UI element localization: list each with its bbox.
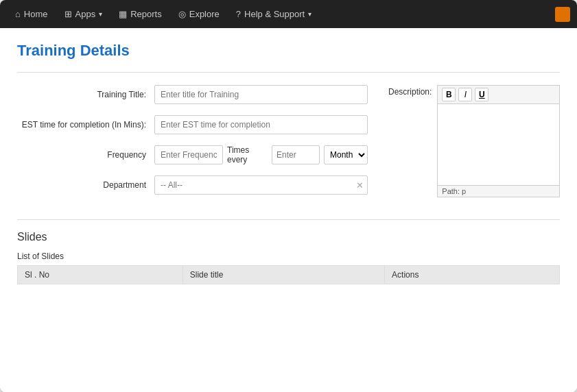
nav-explore[interactable]: ◎ Explore [170, 0, 228, 28]
title-divider [17, 72, 560, 73]
nav-reports-label: Reports [130, 9, 162, 19]
col-actions: Actions [385, 266, 560, 284]
nav-apps[interactable]: ⊞ Apps ▾ [56, 0, 111, 28]
department-row: Department ✕ [17, 175, 368, 195]
slides-title: Slides [17, 231, 560, 243]
department-clear-icon[interactable]: ✕ [356, 180, 364, 191]
nav-home[interactable]: ⌂ Home [7, 0, 56, 28]
description-editor: B I U Path: p [437, 85, 560, 197]
frequency-row: Frequency Times every Month Week Day [17, 145, 368, 164]
nav-apps-label: Apps [75, 9, 96, 19]
department-input[interactable] [154, 175, 368, 195]
nav-explore-label: Explore [189, 9, 220, 19]
editor-body[interactable] [437, 103, 560, 186]
nav-home-label: Home [24, 9, 48, 19]
est-time-input[interactable] [154, 115, 368, 134]
slides-table-header-row: Sl . No Slide title Actions [18, 266, 560, 284]
help-chevron-icon: ▾ [308, 10, 311, 18]
slides-section: Slides List of Slides Sl . No Slide titl… [17, 219, 560, 284]
col-sl-no: Sl . No [18, 266, 183, 284]
department-select-wrap: ✕ [154, 175, 368, 195]
reports-icon: ▦ [119, 9, 127, 19]
form-left: Training Title: EST time for completion … [17, 85, 368, 206]
apps-icon: ⊞ [64, 9, 72, 19]
training-title-input[interactable] [154, 85, 368, 104]
training-title-label: Training Title: [17, 90, 154, 99]
department-label: Department [17, 180, 154, 190]
main-content: Training Details Training Title: EST tim… [0, 28, 577, 392]
help-icon: ? [236, 9, 241, 19]
home-icon: ⌂ [15, 9, 21, 19]
list-of-slides-label: List of Slides [17, 252, 560, 261]
italic-button[interactable]: I [458, 88, 472, 101]
nav-reports[interactable]: ▦ Reports [110, 0, 170, 28]
times-every-input[interactable] [272, 145, 320, 164]
top-form-section: Training Title: EST time for completion … [17, 85, 560, 206]
nav-help-label: Help & Support [244, 9, 305, 19]
editor-path: Path: p [437, 186, 560, 197]
training-title-row: Training Title: [17, 85, 368, 104]
times-every-label: Times every [227, 145, 268, 164]
frequency-inputs: Times every Month Week Day [154, 145, 368, 164]
nav-help[interactable]: ? Help & Support ▾ [228, 0, 320, 28]
frequency-input[interactable] [154, 145, 223, 164]
description-section: Description: B I U Path: p [388, 85, 560, 206]
explore-icon: ◎ [178, 9, 186, 19]
slides-table-head: Sl . No Slide title Actions [18, 266, 560, 284]
col-slide-title: Slide title [182, 266, 384, 284]
month-select[interactable]: Month Week Day [324, 145, 368, 164]
underline-button[interactable]: U [475, 88, 488, 101]
user-avatar[interactable] [555, 7, 570, 22]
description-label: Description: [388, 85, 437, 97]
navbar: ⌂ Home ⊞ Apps ▾ ▦ Reports ◎ Explore ? He… [0, 0, 577, 28]
bold-button[interactable]: B [442, 88, 456, 101]
est-time-label: EST time for completion (In Mins): [17, 120, 154, 130]
apps-chevron-icon: ▾ [99, 10, 102, 18]
editor-toolbar: B I U [437, 85, 560, 103]
est-time-row: EST time for completion (In Mins): [17, 115, 368, 134]
frequency-label: Frequency [17, 150, 154, 160]
page-title: Training Details [17, 42, 560, 60]
slides-table: Sl . No Slide title Actions [17, 265, 560, 284]
app-window: ⌂ Home ⊞ Apps ▾ ▦ Reports ◎ Explore ? He… [0, 0, 577, 392]
